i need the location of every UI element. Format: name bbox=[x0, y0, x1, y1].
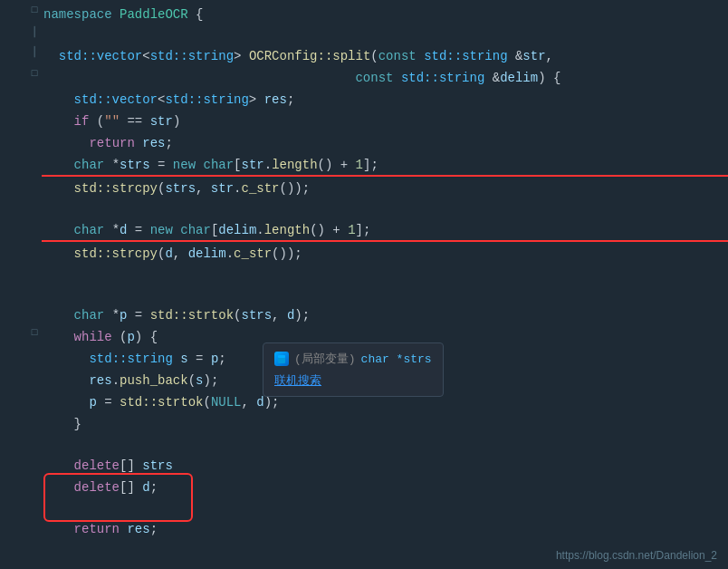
cb9 bbox=[27, 178, 42, 189]
line-content: return res; bbox=[42, 519, 728, 539]
code-line-24 bbox=[0, 498, 728, 518]
cb22 bbox=[27, 456, 42, 467]
tooltip-meta: (局部变量) bbox=[294, 351, 356, 367]
collapse-btn-empty: │ bbox=[27, 26, 42, 37]
code-line-25: return res; bbox=[0, 518, 728, 540]
code-line-2: │ bbox=[0, 25, 728, 45]
code-line-15: char *p = std::strtok(strs, d); bbox=[0, 304, 728, 326]
cb14 bbox=[27, 285, 42, 296]
cb25 bbox=[27, 519, 42, 530]
cb17 bbox=[27, 349, 42, 360]
code-line-9: std::strcpy(strs, str.c_str()); bbox=[0, 178, 728, 199]
code-line-10 bbox=[0, 199, 728, 219]
code-line-21 bbox=[0, 435, 728, 455]
cb8 bbox=[27, 155, 42, 166]
code-line-20: } bbox=[0, 413, 728, 435]
cb18 bbox=[27, 371, 42, 381]
cube-icon bbox=[276, 353, 287, 364]
code-line-22: delete[] strs bbox=[0, 455, 728, 477]
collapse-btn-empty: │ bbox=[27, 46, 42, 57]
cb15 bbox=[27, 305, 42, 316]
cb19 bbox=[27, 392, 42, 403]
svg-rect-1 bbox=[278, 355, 285, 358]
cb13 bbox=[27, 265, 42, 276]
line-content: return res; bbox=[42, 133, 728, 153]
code-line-3: │ std::vector<std::string> OCRConfig::sp… bbox=[0, 45, 728, 67]
line-content: char *p = std::strtok(strs, d); bbox=[42, 305, 728, 325]
svg-rect-0 bbox=[278, 357, 285, 363]
line-content: delete[] d; bbox=[42, 477, 728, 497]
line-content: char *d = new char[delim.length() + 1]; bbox=[42, 220, 728, 242]
cb12 bbox=[27, 244, 42, 255]
line-content: if ("" == str) bbox=[42, 111, 728, 131]
tooltip-type: char *strs bbox=[361, 352, 432, 366]
cb21 bbox=[27, 436, 42, 447]
collapse-btn-while[interactable]: □ bbox=[27, 327, 42, 338]
code-line-14 bbox=[0, 284, 728, 304]
tooltip-header: (局部变量) char *strs bbox=[274, 351, 432, 367]
line-content: std::strcpy(strs, str.c_str()); bbox=[42, 178, 728, 198]
cb7 bbox=[27, 133, 42, 144]
cb20 bbox=[27, 414, 42, 425]
tooltip-icon bbox=[274, 352, 289, 366]
code-line-8: char *strs = new char[str.length() + 1]; bbox=[0, 154, 728, 178]
code-line-12: std::strcpy(d, delim.c_str()); bbox=[0, 243, 728, 265]
cb10 bbox=[27, 200, 42, 211]
cb6 bbox=[27, 111, 42, 122]
cb24 bbox=[27, 499, 42, 510]
line-content: } bbox=[42, 414, 728, 434]
code-line-11: char *d = new char[delim.length() + 1]; bbox=[0, 219, 728, 243]
code-line-1: □ namespace PaddleOCR { bbox=[0, 4, 728, 25]
cb11 bbox=[27, 220, 42, 231]
line-content: std::strcpy(d, delim.c_str()); bbox=[42, 244, 728, 264]
variable-tooltip: (局部变量) char *strs 联机搜索 bbox=[263, 342, 444, 397]
code-line-13 bbox=[0, 265, 728, 284]
line-content: std::vector<std::string> OCRConfig::spli… bbox=[42, 46, 728, 66]
line-content: namespace PaddleOCR { bbox=[42, 5, 728, 24]
collapse-btn[interactable]: □ bbox=[27, 5, 42, 15]
code-editor: □ namespace PaddleOCR { │ │ std::vector<… bbox=[0, 0, 728, 569]
line-content: std::vector<std::string> res; bbox=[42, 90, 728, 110]
code-line-4: □ const std::string &delim) { bbox=[0, 67, 728, 89]
cb23 bbox=[27, 477, 42, 488]
line-content: const std::string &delim) { bbox=[42, 68, 728, 88]
code-line-7: return res; bbox=[0, 132, 728, 154]
line-content: delete[] strs bbox=[42, 456, 728, 476]
watermark: https://blog.csdn.net/Dandelion_2 bbox=[556, 549, 717, 562]
code-line-23: delete[] d; bbox=[0, 477, 728, 498]
code-line-6: if ("" == str) bbox=[0, 111, 728, 132]
line-content: char *strs = new char[str.length() + 1]; bbox=[42, 155, 728, 177]
collapse-btn-4[interactable]: □ bbox=[27, 68, 42, 79]
cb5 bbox=[27, 90, 42, 101]
tooltip-link[interactable]: 联机搜索 bbox=[274, 372, 432, 389]
code-line-5: std::vector<std::string> res; bbox=[0, 89, 728, 111]
